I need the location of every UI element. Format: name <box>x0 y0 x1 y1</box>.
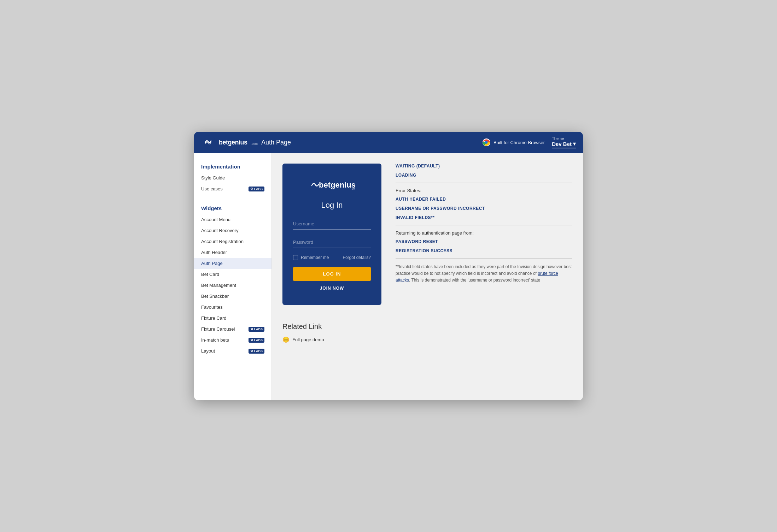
sidebar-item-fixture-card[interactable]: Fixture Card <box>194 313 271 324</box>
sidebar-item-use-cases[interactable]: Use cases ⚗ LABS <box>194 183 271 194</box>
username-field[interactable] <box>293 218 371 230</box>
related-link-full-page[interactable]: 😊 Full page demo <box>282 336 572 343</box>
auth-widget-preview: betgenius .com Log In Remember me For <box>282 164 381 305</box>
sidebar-item-auth-header[interactable]: Auth Header <box>194 247 271 258</box>
error-states-label: Error States: <box>396 188 572 193</box>
sidebar: Implementation Style Guide Use cases ⚗ L… <box>194 153 272 400</box>
labs-badge-in-match-bets: ⚗ LABS <box>249 338 265 343</box>
topbar: betgenius .com Auth Page Built for Chrom… <box>194 132 583 153</box>
sidebar-item-layout[interactable]: Layout ⚗ LABS <box>194 345 271 356</box>
betgenius-logo <box>201 135 215 149</box>
sidebar-item-account-menu[interactable]: Account Menu <box>194 214 271 225</box>
topbar-title: Auth Page <box>261 139 291 146</box>
state-link-auth-header-failed[interactable]: AUTH HEADER FAILED <box>396 197 572 202</box>
logo-area: betgenius .com <box>201 135 258 149</box>
browser-window: betgenius .com Auth Page Built for Chrom… <box>194 132 583 400</box>
main-layout: Implementation Style Guide Use cases ⚗ L… <box>194 153 583 400</box>
password-field[interactable] <box>293 237 371 248</box>
state-divider-1 <box>396 183 572 183</box>
chrome-badge: Built for Chrome Browser <box>482 138 545 147</box>
related-link-emoji: 😊 <box>282 336 290 343</box>
state-link-registration-success[interactable]: REGISTRATION SUCCESS <box>396 248 572 253</box>
sidebar-item-fixture-carousel[interactable]: Fixture Carousel ⚗ LABS <box>194 324 271 335</box>
login-button[interactable]: LOG IN <box>293 267 371 281</box>
remember-checkbox[interactable] <box>293 255 298 260</box>
svg-text:betgenius: betgenius <box>319 181 355 189</box>
sidebar-item-account-registration[interactable]: Account Registration <box>194 236 271 247</box>
sidebar-item-account-recovery[interactable]: Account Recovery <box>194 225 271 236</box>
remember-row: Remember me Forgot details? <box>293 255 371 260</box>
chevron-down-icon: ▾ <box>573 141 576 147</box>
sidebar-section-implementation: Implementation <box>194 160 271 172</box>
sidebar-item-bet-snackbar[interactable]: Bet Snackbar <box>194 291 271 302</box>
labs-badge-layout: ⚗ LABS <box>249 349 265 354</box>
returning-label: Returning to authentication page from: <box>396 230 572 236</box>
state-divider-3 <box>396 258 572 259</box>
sidebar-item-favourites[interactable]: Favourites <box>194 302 271 313</box>
related-link-label: Full page demo <box>292 337 324 342</box>
sidebar-item-bet-management[interactable]: Bet Management <box>194 280 271 291</box>
sidebar-item-style-guide[interactable]: Style Guide <box>194 172 271 183</box>
remember-me-label: Remember me <box>301 255 329 260</box>
betgenius-auth-logo: betgenius .com <box>309 178 355 194</box>
related-title: Related Link <box>282 323 572 331</box>
sidebar-section-widgets: Widgets <box>194 202 271 214</box>
chrome-icon <box>482 138 491 147</box>
svg-text:.com: .com <box>351 187 355 191</box>
content-area: betgenius .com Log In Remember me For <box>272 153 583 400</box>
state-footnote: **Invalid field states have been include… <box>396 264 572 284</box>
state-link-invalid-fields[interactable]: INVALID FIELDS** <box>396 215 572 220</box>
content-top: betgenius .com Log In Remember me For <box>282 164 572 305</box>
state-link-username-password[interactable]: USERNAME OR PASSWORD INCORRECT <box>396 206 572 211</box>
states-panel: WAITING (DEFAULT) LOADING Error States: … <box>396 164 572 284</box>
sidebar-item-auth-page[interactable]: Auth Page <box>194 258 271 269</box>
state-link-password-reset[interactable]: PASSWORD RESET <box>396 239 572 244</box>
remember-me-area: Remember me <box>293 255 329 260</box>
theme-section: Theme Dev Bet ▾ <box>552 136 576 148</box>
sidebar-item-in-match-bets[interactable]: In-match bets ⚗ LABS <box>194 335 271 345</box>
join-now-link[interactable]: JOIN NOW <box>320 286 344 291</box>
sidebar-item-bet-card[interactable]: Bet Card <box>194 269 271 280</box>
related-section: Related Link 😊 Full page demo <box>282 315 572 343</box>
forgot-details-link[interactable]: Forgot details? <box>343 255 371 260</box>
auth-widget-title: Log In <box>321 201 343 210</box>
state-divider-2 <box>396 225 572 225</box>
auth-logo: betgenius .com <box>309 178 355 195</box>
theme-label: Theme <box>552 136 576 141</box>
theme-value[interactable]: Dev Bet ▾ <box>552 141 576 148</box>
labs-badge-fixture-carousel: ⚗ LABS <box>249 327 265 332</box>
chrome-label: Built for Chrome Browser <box>493 140 545 145</box>
state-link-waiting[interactable]: WAITING (DEFAULT) <box>396 164 572 169</box>
state-link-loading[interactable]: LOADING <box>396 173 572 178</box>
labs-badge-use-cases: ⚗ LABS <box>249 187 265 191</box>
sidebar-divider-1 <box>194 198 271 198</box>
